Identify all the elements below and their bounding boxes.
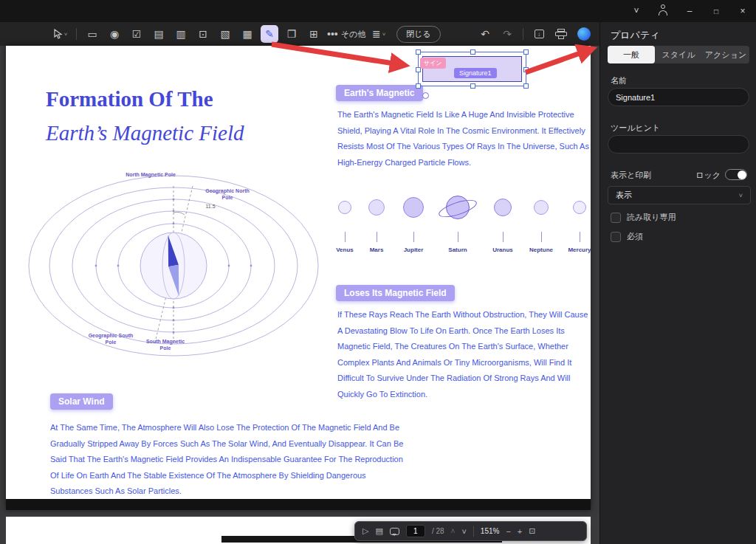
document-title-line1: Formation Of The: [46, 87, 213, 111]
section-badge-earths-magnetic: Earth's Magnetic: [336, 85, 423, 101]
app-window: ˅ – □ × ˅ ▭ ◉ ☑ ▤ ▥ ⊡ ▧ ▦ ✎ ❐ ⊞ •••: [0, 0, 756, 544]
planet-tick: [345, 232, 346, 242]
stamp-tool[interactable]: ❐: [283, 25, 300, 43]
select-tool[interactable]: ˅: [52, 25, 69, 43]
display-select-value: 表示: [616, 190, 632, 201]
planet-circle: [446, 196, 470, 219]
undo-button[interactable]: ↶: [476, 25, 494, 43]
resize-handle-n[interactable]: [470, 49, 475, 55]
button-field-tool[interactable]: ▭: [83, 25, 101, 43]
resize-handle-ne[interactable]: [523, 49, 529, 55]
readonly-checkbox[interactable]: [611, 213, 621, 223]
panel-title: プロパティ: [611, 29, 660, 42]
combobox-field-tool[interactable]: ▤: [150, 25, 168, 43]
comment-icon[interactable]: [390, 528, 399, 535]
page-footer-bar: [6, 499, 591, 510]
previous-page-button[interactable]: ˄: [451, 527, 456, 535]
more-label: その他: [341, 29, 366, 40]
export-icon: ↓: [535, 30, 544, 38]
minimize-button[interactable]: –: [676, 0, 703, 22]
print-button[interactable]: [552, 25, 570, 43]
planet-circle: [494, 199, 512, 216]
tab-general[interactable]: 一般: [608, 46, 655, 63]
ellipsis-icon: •••: [327, 28, 338, 40]
redo-button[interactable]: ↷: [498, 25, 516, 43]
label-axis-angle: 11.5: [199, 203, 221, 210]
presentation-mode-icon[interactable]: ▷: [362, 526, 368, 536]
align-icon: ≣: [372, 28, 381, 40]
section-badge-solar-wind: Solar Wind: [50, 393, 113, 410]
radio-field-tool[interactable]: ◉: [106, 25, 123, 43]
label-south-magnetic-pole: South Magnetic Pole: [145, 338, 186, 351]
signature-field-selection[interactable]: サイン Signature1: [418, 52, 526, 86]
page-navigation-bar: ▷ ▤ / 28 ˄ ˅ 151% − + ⊡: [354, 521, 587, 541]
page-number-input[interactable]: [406, 525, 425, 537]
maximize-button[interactable]: □: [703, 0, 729, 22]
zoom-in-button[interactable]: +: [518, 527, 522, 536]
resize-handle-sw[interactable]: [416, 83, 421, 89]
toggle-knob: [738, 171, 746, 179]
section-text-2: If These Rays Reach The Earth Without Ob…: [337, 307, 591, 402]
planet-neptune: Neptune: [520, 186, 562, 253]
readonly-row: 読み取り専用: [611, 212, 676, 223]
chevron-down-icon: ˅: [64, 31, 68, 38]
grid-tool[interactable]: ⊞: [305, 25, 323, 43]
titlebar: ˅ – □ ×: [0, 0, 756, 22]
chevron-down-icon[interactable]: ˅: [623, 0, 650, 22]
signature-name-badge: Signature1: [454, 68, 497, 78]
planet-tick: [580, 232, 580, 242]
image-field-tool[interactable]: ▧: [216, 25, 234, 43]
tooltip-input[interactable]: [608, 135, 749, 154]
planet-circle: [338, 201, 351, 214]
display-select[interactable]: 表示 ˅: [608, 186, 751, 204]
close-form-editing-button[interactable]: 閉じる: [396, 26, 441, 43]
label-geographic-north-pole: Geographic North Pole: [201, 187, 254, 201]
date-field-tool[interactable]: ▦: [238, 25, 256, 43]
account-icon[interactable]: [650, 0, 676, 22]
assistant-icon[interactable]: [577, 27, 591, 41]
fit-page-icon[interactable]: ⊡: [529, 526, 535, 536]
align-tool[interactable]: ≣ ˅: [370, 25, 388, 43]
required-checkbox[interactable]: [611, 232, 621, 242]
signature-field-tool[interactable]: ✎: [261, 25, 278, 43]
planet-tick: [413, 232, 414, 242]
name-field-label: 名前: [611, 75, 627, 86]
section-text-1: The Earth's Magnetic Field Is Like A Hug…: [337, 107, 591, 171]
resize-handle-e[interactable]: [523, 67, 529, 72]
planet-jupiter: Jupiter: [393, 186, 434, 253]
resize-handle-nw[interactable]: [416, 49, 421, 55]
planet-label: Uranus: [492, 247, 513, 253]
magnetic-field-diagram: [13, 164, 323, 415]
sidebar-panel-icon[interactable]: ▤: [375, 526, 382, 536]
more-tools-button[interactable]: ••• その他: [327, 25, 365, 43]
page-total-label: / 28: [432, 527, 444, 535]
document-title-line2: Earth’s Magnetic Field: [46, 121, 244, 145]
tab-action[interactable]: アクション: [702, 46, 749, 63]
label-north-magnetic-pole: North Magnetic Pole: [124, 171, 177, 178]
planet-saturn: Saturn: [437, 186, 478, 253]
zoom-level-label[interactable]: 151%: [481, 527, 500, 535]
tab-style[interactable]: スタイル: [655, 46, 702, 63]
rotate-handle[interactable]: [422, 92, 429, 99]
zoom-out-button[interactable]: −: [506, 527, 510, 536]
name-input[interactable]: [608, 88, 749, 106]
chevron-down-icon: ˅: [739, 192, 743, 199]
lock-toggle[interactable]: [725, 169, 747, 180]
planet-circle: [368, 199, 385, 216]
resize-handle-s[interactable]: [470, 83, 475, 89]
navbar-divider: [473, 526, 474, 537]
close-button[interactable]: ×: [729, 0, 756, 22]
planet-label: Mars: [370, 247, 384, 253]
pdf-page[interactable]: Formation Of The Earth’s Magnetic Field: [6, 46, 591, 510]
properties-panel: プロパティ 一般 スタイル アクション 名前 ツールヒント 表示と印刷 ロック …: [599, 22, 756, 544]
resize-handle-se[interactable]: [523, 83, 529, 89]
planet-label: Saturn: [448, 247, 467, 253]
export-button[interactable]: ↓: [530, 25, 548, 43]
section-text-3: At The Same Time, The Atmosphere Will Al…: [50, 420, 410, 500]
planet-uranus: Uranus: [482, 186, 523, 253]
text-field-tool[interactable]: ⊡: [194, 25, 212, 43]
planet-label: Jupiter: [404, 247, 424, 253]
next-page-button[interactable]: ˅: [461, 527, 466, 536]
checkbox-field-tool[interactable]: ☑: [128, 25, 145, 43]
listbox-field-tool[interactable]: ▥: [172, 25, 190, 43]
